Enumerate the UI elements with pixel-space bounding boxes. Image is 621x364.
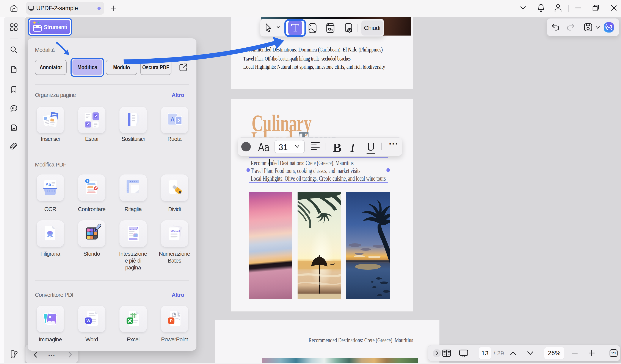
svg-text:W: W (86, 318, 90, 323)
svg-text:000123: 000123 (171, 229, 180, 232)
svg-text:P: P (170, 318, 172, 323)
svg-text:Aa: Aa (46, 182, 51, 187)
